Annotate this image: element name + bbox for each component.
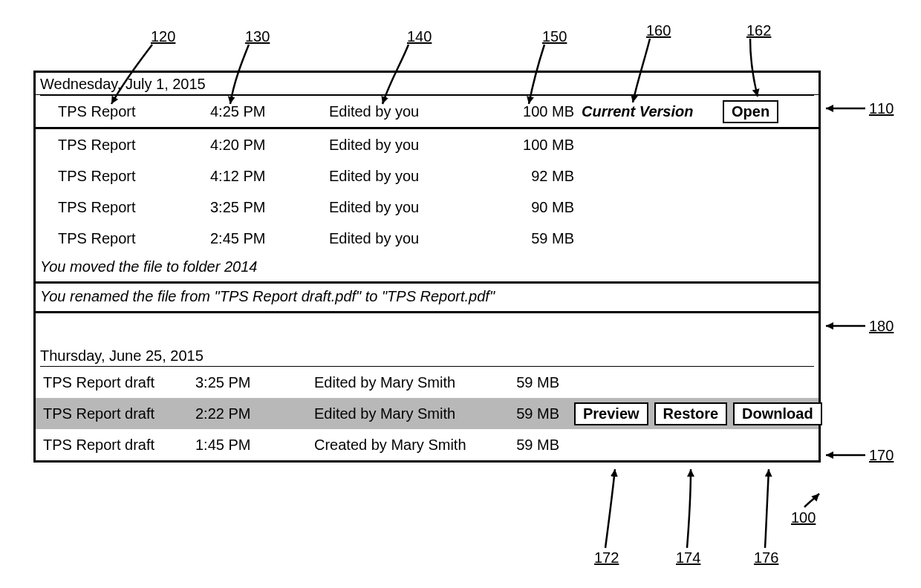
file-editor: Created by Mary Smith (314, 437, 492, 454)
file-size: 90 MB (507, 199, 574, 216)
file-size: 59 MB (492, 405, 559, 422)
row-actions: Preview Restore Download (559, 402, 822, 425)
ref-140: 140 (407, 28, 432, 45)
file-time: 3:25 PM (210, 199, 329, 216)
file-time: 4:12 PM (210, 168, 329, 185)
file-size: 100 MB (507, 137, 574, 154)
file-time: 2:22 PM (195, 405, 314, 422)
diagram-stage: Wednesday, July 1, 2015 TPS Report 4:25 … (0, 0, 921, 588)
file-event-move: You moved the file to folder 2014 (36, 254, 819, 281)
current-version-tag: Current Version (574, 103, 715, 120)
file-editor: Edited by you (329, 199, 507, 216)
file-name: TPS Report draft (40, 405, 195, 422)
file-name: TPS Report draft (40, 437, 195, 454)
file-name: TPS Report (40, 168, 210, 185)
version-row[interactable]: TPS Report 2:45 PM Edited by you 59 MB (36, 223, 819, 254)
ref-174: 174 (676, 549, 700, 566)
version-row[interactable]: TPS Report 3:25 PM Edited by you 90 MB (36, 192, 819, 223)
ref-180: 180 (869, 318, 894, 335)
file-editor: Edited by you (329, 103, 507, 120)
file-name: TPS Report (40, 199, 210, 216)
file-size: 100 MB (507, 103, 574, 120)
file-time: 2:45 PM (210, 230, 329, 247)
preview-button[interactable]: Preview (574, 402, 648, 425)
ref-160: 160 (646, 22, 671, 39)
version-row[interactable]: TPS Report 4:20 PM Edited by you 100 MB (36, 129, 819, 160)
spacer (36, 313, 819, 340)
restore-button[interactable]: Restore (654, 402, 727, 425)
ref-172: 172 (594, 549, 619, 566)
file-name: TPS Report (40, 137, 210, 154)
file-name: TPS Report (40, 103, 210, 120)
date-header-2: Thursday, June 25, 2015 (36, 340, 819, 366)
ref-100: 100 (791, 509, 816, 526)
date-header-1: Wednesday, July 1, 2015 (36, 73, 819, 95)
file-time: 4:20 PM (210, 137, 329, 154)
version-row[interactable]: TPS Report 4:12 PM Edited by you 92 MB (36, 160, 819, 192)
ref-150: 150 (542, 28, 567, 45)
file-name: TPS Report (40, 230, 210, 247)
file-editor: Edited by you (329, 230, 507, 247)
ref-110: 110 (869, 100, 894, 117)
ref-170: 170 (869, 447, 894, 464)
file-editor: Edited by you (329, 168, 507, 185)
open-button[interactable]: Open (723, 100, 778, 123)
version-row-selected[interactable]: TPS Report draft 2:22 PM Edited by Mary … (36, 398, 819, 429)
version-row-current[interactable]: TPS Report 4:25 PM Edited by you 100 MB … (36, 96, 819, 127)
row-actions: Open (715, 100, 814, 123)
file-size: 92 MB (507, 168, 574, 185)
file-time: 3:25 PM (195, 374, 314, 391)
file-size: 59 MB (492, 374, 559, 391)
version-row[interactable]: TPS Report draft 1:45 PM Created by Mary… (36, 429, 819, 460)
ref-120: 120 (151, 28, 175, 45)
file-size: 59 MB (507, 230, 574, 247)
file-editor: Edited by Mary Smith (314, 405, 492, 422)
file-event-rename: You renamed the file from "TPS Report dr… (36, 284, 819, 311)
download-button[interactable]: Download (733, 402, 822, 425)
file-name: TPS Report draft (40, 374, 195, 391)
ref-176: 176 (754, 549, 778, 566)
file-time: 4:25 PM (210, 103, 329, 120)
ref-130: 130 (245, 28, 270, 45)
file-editor: Edited by Mary Smith (314, 374, 492, 391)
version-row[interactable]: TPS Report draft 3:25 PM Edited by Mary … (36, 367, 819, 398)
ref-162: 162 (746, 22, 771, 39)
file-time: 1:45 PM (195, 437, 314, 454)
file-editor: Edited by you (329, 137, 507, 154)
version-history-panel: Wednesday, July 1, 2015 TPS Report 4:25 … (33, 71, 821, 463)
file-size: 59 MB (492, 437, 559, 454)
